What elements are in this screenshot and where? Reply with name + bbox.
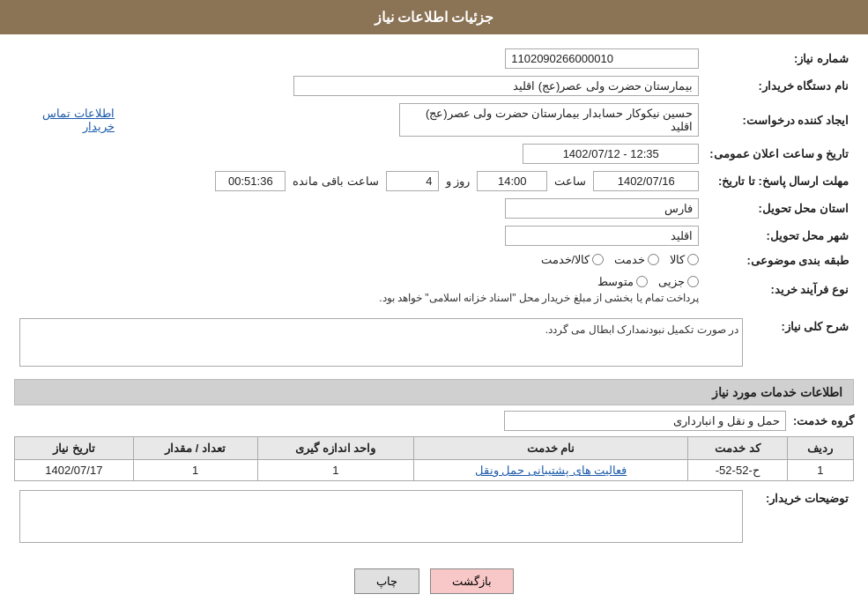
- province-row: استان محل تحویل: فارس: [14, 195, 854, 222]
- page-title: جزئیات اطلاعات نیاز: [375, 10, 494, 25]
- requester-value: حسین نیکوکار حسابدار بیمارستان حضرت ولی …: [399, 103, 699, 137]
- page-wrapper: جزئیات اطلاعات نیاز شماره نیاز: 11020902…: [0, 0, 868, 609]
- city-label: شهر محل تحویل:: [704, 222, 854, 249]
- purchase-type-row: نوع فرآیند خرید: جزیی متوسط: [14, 271, 854, 308]
- table-row: 1ح-52-52-فعالیت های پشتیبانی حمل ونقل111…: [15, 460, 854, 481]
- purchase-note: پرداخت تمام یا بخشی از مبلغ خریدار محل "…: [19, 292, 699, 304]
- back-button[interactable]: بازگشت: [430, 568, 514, 594]
- contact-link[interactable]: اطلاعات تماس خریدار: [42, 107, 115, 133]
- category-row: طبقه بندی موضوعی: کالا خدمت: [14, 249, 854, 271]
- purchase-option-medium[interactable]: متوسط: [597, 275, 648, 288]
- content-area: شماره نیاز: 1102090266000010 نام دستگاه …: [0, 34, 868, 609]
- need-number-row: شماره نیاز: 1102090266000010: [14, 45, 854, 72]
- buyer-desc-row: توضیحات خریدار:: [14, 486, 854, 549]
- purchase-option1-label: جزیی: [658, 275, 685, 288]
- need-number-label: شماره نیاز:: [704, 45, 854, 72]
- requester-row: ایجاد کننده درخواست: حسین نیکوکار حسابدا…: [14, 100, 854, 140]
- service-group-value: حمل و نقل و انبارداری: [504, 411, 786, 431]
- city-value: اقلید: [505, 226, 699, 246]
- col-header-code: کد خدمت: [687, 437, 787, 460]
- table-header-row: ردیف کد خدمت نام خدمت واحد اندازه گیری ت…: [15, 437, 854, 460]
- category-label: طبقه بندی موضوعی:: [704, 249, 854, 271]
- province-value: فارس: [505, 198, 699, 219]
- purchase-radio-group: جزیی متوسط: [19, 275, 699, 288]
- city-row: شهر محل تحویل: اقلید: [14, 222, 854, 249]
- deadline-row: مهلت ارسال پاسخ: تا تاریخ: 1402/07/16 سا…: [14, 167, 854, 195]
- service-group-label: گروه خدمت:: [793, 414, 854, 427]
- deadline-date: 1402/07/16: [593, 171, 699, 191]
- category-radio-group: کالا خدمت کالا/خدمت: [541, 253, 700, 266]
- print-button[interactable]: چاپ: [354, 568, 419, 594]
- need-number-value: 1102090266000010: [505, 48, 699, 69]
- deadline-remaining-label: ساعت باقی مانده: [293, 175, 378, 188]
- category-option-goods[interactable]: کالا: [670, 253, 699, 266]
- deadline-label: مهلت ارسال پاسخ: تا تاریخ:: [704, 167, 854, 195]
- announce-date-row: تاریخ و ساعت اعلان عمومی: 1402/07/12 - 1…: [14, 140, 854, 167]
- category-option-service[interactable]: خدمت: [614, 253, 659, 266]
- description-table: شرح کلی نیاز: در صورت تکمیل نبودنمدارک ا…: [14, 315, 854, 370]
- buyer-desc-textarea[interactable]: [19, 490, 743, 543]
- purchase-option2-label: متوسط: [597, 275, 634, 288]
- buyer-org-row: نام دستگاه خریدار: بیمارستان حضرت ولی عص…: [14, 72, 854, 100]
- deadline-remaining: 00:51:36: [215, 171, 286, 191]
- deadline-time: 14:00: [477, 171, 547, 191]
- category-option-both[interactable]: کالا/خدمت: [541, 253, 605, 266]
- buyer-desc-label: توضیحات خریدار:: [748, 486, 854, 549]
- description-row: شرح کلی نیاز: در صورت تکمیل نبودنمدارک ا…: [14, 315, 854, 370]
- description-box[interactable]: در صورت تکمیل نبودنمدارک ابطال می گردد.: [19, 318, 743, 367]
- buyer-desc-table: توضیحات خریدار:: [14, 486, 854, 549]
- buyer-org-value: بیمارستان حضرت ولی عصر(عج) اقلید: [293, 76, 699, 96]
- service-group-row: گروه خدمت: حمل و نقل و انبارداری: [14, 411, 854, 431]
- info-table: شماره نیاز: 1102090266000010 نام دستگاه …: [14, 45, 854, 308]
- deadline-days-label: روز و: [446, 175, 471, 188]
- purchase-type-label: نوع فرآیند خرید:: [704, 271, 854, 308]
- buyer-org-label: نام دستگاه خریدار:: [704, 72, 854, 100]
- province-label: استان محل تحویل:: [704, 195, 854, 222]
- category-option3-label: کالا/خدمت: [541, 253, 590, 266]
- deadline-time-label: ساعت: [554, 175, 586, 188]
- services-table: ردیف کد خدمت نام خدمت واحد اندازه گیری ت…: [14, 436, 854, 481]
- col-header-qty: تعداد / مقدار: [133, 437, 257, 460]
- buttons-row: بازگشت چاپ: [14, 556, 854, 603]
- description-note: در صورت تکمیل نبودنمدارک ابطال می گردد.: [545, 323, 738, 336]
- announce-date-value: 1402/07/12 - 12:35: [523, 144, 699, 164]
- category-option1-label: کالا: [670, 253, 685, 266]
- services-section-title: اطلاعات خدمات مورد نیاز: [14, 379, 854, 405]
- col-header-row: ردیف: [787, 437, 853, 460]
- page-header: جزئیات اطلاعات نیاز: [0, 0, 868, 34]
- col-header-date: تاریخ نیاز: [15, 437, 134, 460]
- col-header-unit: واحد اندازه گیری: [257, 437, 414, 460]
- deadline-days: 4: [386, 171, 439, 191]
- category-option2-label: خدمت: [614, 253, 645, 266]
- requester-label: ایجاد کننده درخواست:: [704, 100, 854, 140]
- announce-date-label: تاریخ و ساعت اعلان عمومی:: [704, 140, 854, 167]
- col-header-name: نام خدمت: [414, 437, 688, 460]
- description-section-label: شرح کلی نیاز:: [748, 315, 854, 370]
- purchase-option-partial[interactable]: جزیی: [658, 275, 699, 288]
